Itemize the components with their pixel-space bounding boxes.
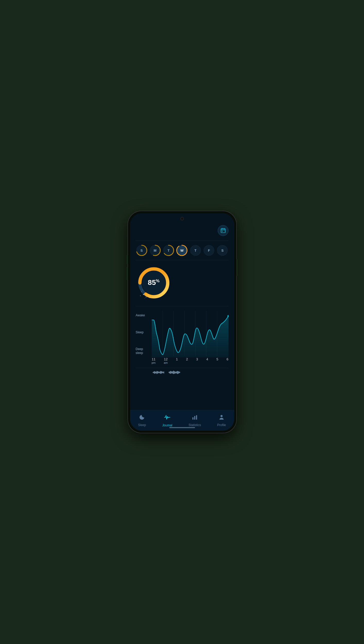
day-label: T [167,249,170,252]
phone-frame: S M T W T F S [128,211,236,433]
quality-center: 85% [148,278,159,287]
snore-wave-2 [169,371,180,374]
day-circle-F5[interactable]: F [203,244,215,256]
header [136,225,228,236]
day-circle-T4[interactable]: T [190,244,201,256]
time-axis: 11pm12am123456 [136,357,228,364]
nav-item-statistics[interactable]: Statistics [184,412,205,429]
snore-bar [171,371,172,374]
snore-bar [162,371,163,373]
day-circle-M1[interactable]: M [149,244,161,256]
time-tick-sub: am [164,361,168,364]
nav-label: Profile [217,423,226,427]
camera-notch [180,217,184,221]
time-tick-main: 5 [216,357,218,361]
time-tick-7: 6 [226,357,228,364]
svg-point-22 [148,295,148,295]
svg-rect-0 [221,229,225,233]
chart-y-labels: Awake Sleep Deepsleep [136,311,150,357]
time-tick-sub: pm [152,361,156,364]
svg-rect-4 [222,231,223,232]
day-circle-T2[interactable]: T [163,244,174,256]
time-tick-main: 2 [186,357,188,361]
chart-label-sleep: Sleep [136,331,150,334]
nav-item-journal[interactable]: Journal [158,412,176,429]
nav-label: Statistics [189,423,201,427]
svg-point-26 [142,290,143,290]
nav-label: Sleep [138,423,146,427]
vol-up-button[interactable] [127,255,128,264]
snore-bar [158,371,159,373]
snore-bar [154,371,155,374]
quality-section: 85% [136,265,228,306]
snore-bar [155,371,156,374]
day-circle-S6[interactable]: S [216,244,228,256]
day-label: F [208,249,210,252]
snore-bar [170,371,170,374]
snore-bar [170,371,171,374]
time-tick-2: 1 [176,357,178,364]
chart-area [152,311,228,357]
svg-rect-34 [192,417,193,420]
snore-bar [160,371,161,374]
chart-section: Awake Sleep Deepsleep [136,311,228,364]
snore-bar [173,371,173,374]
svg-point-23 [145,298,145,299]
quality-donut: 85% [136,265,172,301]
day-circle-W3[interactable]: W [176,244,188,256]
snore-bar [161,371,162,374]
nav-item-sleep[interactable]: Sleep [134,412,150,429]
time-tick-0: 11pm [152,357,156,364]
snore-wave-1 [153,371,164,374]
snore-bar [172,371,172,373]
days-row: S M T W T F S [136,244,228,256]
home-bar [169,427,195,428]
snore-bar [179,371,179,373]
time-tick-main: 11 [152,357,156,361]
snore-bar [157,371,157,374]
snore-bar [156,372,156,373]
time-tick-5: 4 [206,357,208,364]
power-button[interactable] [236,259,238,276]
svg-point-19 [143,294,144,295]
day-label: S [140,249,143,252]
time-tick-main: 12 [164,357,168,361]
snore-bar [177,371,178,374]
snore-bar [163,372,163,373]
snore-bar [157,371,158,374]
snore-bar [180,372,180,373]
nav-icon-moon [139,414,145,422]
time-tick-1: 12am [164,357,168,364]
calendar-button[interactable] [218,225,228,236]
nav-label: Journal [162,423,172,427]
day-label: M [154,249,156,252]
snore-bar [178,371,179,374]
time-tick-main: 1 [176,357,178,361]
day-label: W [180,249,183,252]
vol-down-button[interactable] [127,267,128,280]
chart-label-deep: Deepsleep [136,347,150,355]
snore-bar [173,371,174,374]
snore-bar [160,371,160,374]
calendar-icon [220,228,226,233]
svg-rect-36 [196,415,197,420]
snore-bar [169,372,169,373]
nav-item-profile[interactable]: Profile [213,412,230,429]
nav-icon-pulse [164,414,171,422]
snore-bar [176,372,176,373]
svg-point-25 [149,298,150,298]
day-circle-S0[interactable]: S [136,244,148,256]
time-tick-main: 6 [226,357,228,361]
days-section: S M T W T F S [136,241,228,260]
snore-waves [153,371,228,374]
snore-bar [153,372,153,373]
day-label: T [194,249,197,252]
time-axis-inner: 11pm12am123456 [152,357,228,364]
day-label: S [221,249,224,252]
nav-icon-person [218,414,225,422]
time-tick-3: 2 [186,357,188,364]
phone-screen: S M T W T F S [130,213,234,431]
time-tick-main: 3 [196,357,198,361]
time-tick-4: 3 [196,357,198,364]
snore-bar [164,371,164,374]
